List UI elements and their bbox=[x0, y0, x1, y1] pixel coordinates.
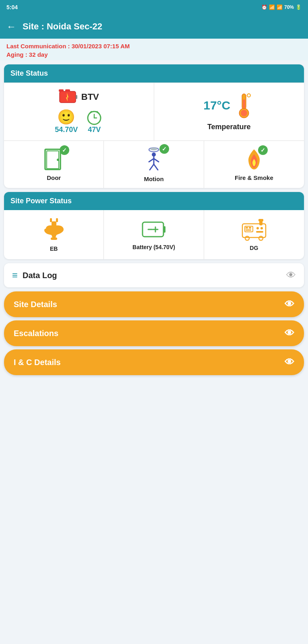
svg-line-9 bbox=[89, 111, 91, 114]
wifi-icon: 📶 bbox=[269, 4, 275, 10]
svg-point-45 bbox=[256, 227, 259, 229]
status-bar: 5:04 ⏰ 📶 📶 70% 🔋 bbox=[0, 0, 308, 14]
thermometer-icon bbox=[234, 92, 254, 119]
svg-rect-30 bbox=[56, 218, 58, 222]
svg-rect-47 bbox=[256, 231, 263, 233]
eb-label: EB bbox=[50, 246, 58, 252]
status-time: 5:04 bbox=[6, 4, 18, 10]
dg-label: DG bbox=[250, 245, 258, 251]
dg-cell: DG bbox=[204, 210, 304, 259]
motion-status-check: ✓ bbox=[159, 144, 169, 154]
temp-label: Temperature bbox=[207, 123, 251, 131]
voltage2: 47V bbox=[88, 126, 101, 134]
sensors-grid: ✓ Door bbox=[4, 141, 304, 188]
status-icons: ⏰ 📶 📶 70% 🔋 bbox=[261, 4, 302, 10]
svg-point-20 bbox=[150, 148, 157, 151]
svg-point-15 bbox=[241, 110, 247, 116]
eb-icon bbox=[42, 217, 66, 242]
svg-line-10 bbox=[97, 111, 99, 114]
site-status-card: Site Status BTV 🙂 54.70V bbox=[4, 64, 304, 188]
last-communication: Last Communication : 30/01/2023 07:15 AM bbox=[6, 43, 302, 50]
site-power-status-card: Site Power Status EB bbox=[4, 192, 304, 259]
escalations-eye-icon: 👁 bbox=[285, 328, 294, 339]
alarm-clock-icon bbox=[86, 109, 103, 126]
site-status-header: Site Status bbox=[4, 64, 304, 83]
door-sensor: ✓ Door bbox=[4, 141, 104, 188]
battery-status: 70% bbox=[284, 4, 294, 10]
info-bar: Last Communication : 30/01/2023 07:15 AM… bbox=[0, 39, 308, 60]
fire-smoke-label: Fire & Smoke bbox=[235, 174, 273, 181]
site-details-label: Site Details bbox=[14, 300, 57, 309]
svg-rect-39 bbox=[249, 227, 251, 229]
svg-point-18 bbox=[57, 159, 59, 161]
svg-rect-2 bbox=[59, 89, 64, 92]
alarm-icon: ⏰ bbox=[261, 4, 267, 10]
battery-cell: Battery (54.70V) bbox=[104, 210, 204, 259]
fire-smoke-sensor: ✓ Fire & Smoke bbox=[204, 141, 304, 188]
svg-rect-32 bbox=[163, 226, 165, 233]
power-grid: EB Battery (54.70V) bbox=[4, 210, 304, 259]
site-details-button[interactable]: Site Details 👁 bbox=[4, 291, 304, 317]
data-log-eye-icon[interactable]: 👁 bbox=[286, 270, 296, 281]
data-log-card[interactable]: ≡ Data Log 👁 bbox=[4, 263, 304, 287]
svg-point-46 bbox=[260, 227, 263, 229]
temperature-cell: 17°C Temperature bbox=[154, 83, 304, 141]
voltage1: 54.70V bbox=[55, 126, 78, 134]
dg-icon bbox=[241, 218, 267, 241]
data-log-left: ≡ Data Log bbox=[12, 270, 57, 281]
site-power-header: Site Power Status bbox=[4, 192, 304, 210]
battery-power-icon bbox=[142, 219, 166, 240]
battery-label: Battery (54.70V) bbox=[132, 244, 175, 250]
svg-rect-27 bbox=[52, 221, 56, 227]
fire-status-check: ✓ bbox=[258, 145, 268, 155]
svg-line-24 bbox=[154, 159, 159, 162]
door-label: Door bbox=[47, 174, 61, 181]
aging-label: Aging : 32 day bbox=[6, 51, 302, 58]
back-button[interactable]: ← bbox=[6, 21, 16, 32]
svg-rect-44 bbox=[258, 219, 263, 221]
svg-line-26 bbox=[154, 164, 158, 170]
svg-line-25 bbox=[150, 164, 154, 170]
svg-point-41 bbox=[245, 236, 249, 240]
data-log-title: Data Log bbox=[23, 271, 57, 280]
svg-point-42 bbox=[259, 236, 263, 240]
svg-rect-29 bbox=[50, 218, 52, 222]
escalations-label: Escalations bbox=[14, 329, 58, 338]
ic-details-label: I & C Details bbox=[14, 358, 61, 367]
motion-sensor: ✓ Motion bbox=[104, 141, 204, 188]
svg-rect-40 bbox=[246, 229, 251, 231]
svg-rect-28 bbox=[51, 237, 57, 240]
header: ← Site : Noida Sec-22 bbox=[0, 14, 308, 39]
list-icon: ≡ bbox=[12, 270, 18, 281]
eb-cell: EB bbox=[4, 210, 104, 259]
ic-details-button[interactable]: I & C Details 👁 bbox=[4, 349, 304, 375]
smiley-icon: 🙂 bbox=[57, 109, 75, 126]
btv-label: BTV bbox=[81, 92, 99, 102]
svg-rect-38 bbox=[246, 227, 248, 229]
btv-cell: BTV 🙂 54.70V 47V bbox=[4, 83, 154, 141]
ic-details-eye-icon: 👁 bbox=[285, 357, 294, 368]
site-details-eye-icon: 👁 bbox=[285, 299, 294, 310]
svg-rect-3 bbox=[65, 89, 70, 92]
motion-label: Motion bbox=[144, 175, 163, 182]
svg-line-23 bbox=[149, 159, 154, 162]
svg-rect-1 bbox=[76, 95, 77, 99]
svg-point-13 bbox=[247, 94, 250, 97]
temp-value: 17°C bbox=[203, 99, 230, 112]
signal-icon: 📶 bbox=[277, 4, 283, 10]
page-title: Site : Noida Sec-22 bbox=[23, 21, 102, 32]
svg-rect-14 bbox=[243, 99, 245, 108]
battery-icon: 🔋 bbox=[296, 4, 302, 10]
escalations-button[interactable]: Escalations 👁 bbox=[4, 320, 304, 346]
door-status-check: ✓ bbox=[60, 145, 69, 155]
battery-icon bbox=[59, 89, 78, 105]
